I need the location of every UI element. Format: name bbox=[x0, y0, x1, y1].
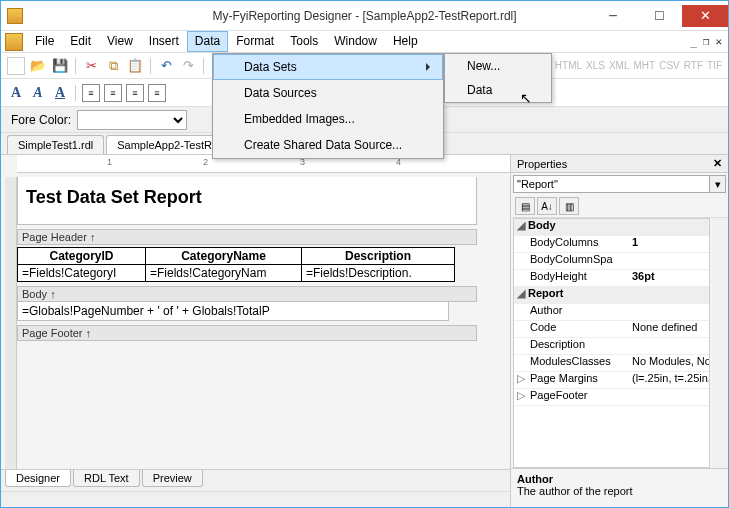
properties-categorized-icon[interactable]: ▤ bbox=[515, 197, 535, 215]
prop-val-code[interactable]: None defined bbox=[628, 321, 709, 337]
menu-format[interactable]: Format bbox=[228, 31, 282, 52]
mdi-restore-button[interactable]: ❐ bbox=[703, 35, 710, 48]
prop-val-bodycolspacing[interactable] bbox=[628, 253, 709, 269]
menu-item-datasources[interactable]: Data Sources bbox=[213, 80, 443, 106]
menu-item-create-shared-ds[interactable]: Create Shared Data Source... bbox=[213, 132, 443, 158]
prop-val-bodyheight[interactable]: 36pt bbox=[628, 270, 709, 286]
report-table[interactable]: CategoryID CategoryName Description =Fie… bbox=[17, 247, 455, 282]
open-icon[interactable]: 📂 bbox=[29, 57, 47, 75]
properties-object-select[interactable] bbox=[513, 175, 710, 193]
save-icon[interactable]: 💾 bbox=[51, 57, 69, 75]
properties-description-pane: Author The author of the report bbox=[511, 468, 728, 507]
ruler-tick-2: 2 bbox=[203, 157, 208, 167]
undo-icon[interactable]: ↶ bbox=[157, 57, 175, 75]
app-icon bbox=[7, 8, 23, 24]
underline-icon[interactable]: A bbox=[51, 84, 69, 102]
paste-icon[interactable]: 📋 bbox=[126, 57, 144, 75]
prop-val-modules[interactable]: No Modules, No Classe bbox=[628, 355, 709, 371]
export-xml[interactable]: XML bbox=[609, 60, 630, 71]
properties-title: Properties bbox=[517, 158, 567, 170]
mdi-close-button[interactable]: ✕ bbox=[715, 35, 722, 48]
vertical-ruler bbox=[5, 177, 17, 469]
menu-view[interactable]: View bbox=[99, 31, 141, 52]
menu-help[interactable]: Help bbox=[385, 31, 426, 52]
property-grid[interactable]: ◢Body BodyColumns1 BodyColumnSpa BodyHei… bbox=[513, 218, 710, 468]
redo-icon[interactable]: ↷ bbox=[179, 57, 197, 75]
export-csv[interactable]: CSV bbox=[659, 60, 680, 71]
properties-alphabetical-icon[interactable]: A↓ bbox=[537, 197, 557, 215]
menu-window[interactable]: Window bbox=[326, 31, 385, 52]
cut-icon[interactable]: ✂ bbox=[82, 57, 100, 75]
prop-name-bodyheight: BodyHeight bbox=[528, 270, 628, 286]
export-xls[interactable]: XLS bbox=[586, 60, 605, 71]
properties-close-button[interactable]: ✕ bbox=[713, 157, 722, 170]
forecolor-label: Fore Color: bbox=[11, 113, 71, 127]
prop-val-description[interactable] bbox=[628, 338, 709, 354]
prop-category-report[interactable]: Report bbox=[528, 287, 628, 303]
tab-rdl-text[interactable]: RDL Text bbox=[73, 470, 140, 487]
submenu-item-new[interactable]: New... bbox=[445, 54, 551, 78]
menu-insert[interactable]: Insert bbox=[141, 31, 187, 52]
submenu-item-data[interactable]: Data bbox=[445, 78, 551, 102]
page-footer-band[interactable]: Page Footer ↑ bbox=[17, 325, 477, 341]
align-center-icon[interactable]: ≡ bbox=[104, 84, 122, 102]
menu-bar: File Edit View Insert Data Format Tools … bbox=[1, 31, 728, 53]
export-html[interactable]: HTML bbox=[555, 60, 582, 71]
horizontal-scrollbar[interactable] bbox=[1, 491, 510, 507]
chevron-down-icon[interactable]: ▾ bbox=[710, 175, 726, 193]
menu-data[interactable]: Data bbox=[187, 31, 228, 52]
menu-file[interactable]: File bbox=[27, 31, 62, 52]
tab-designer[interactable]: Designer bbox=[5, 470, 71, 487]
col-header-categoryname[interactable]: CategoryName bbox=[146, 248, 302, 265]
properties-vertical-scrollbar[interactable] bbox=[712, 218, 728, 468]
export-tif[interactable]: TIF bbox=[707, 60, 722, 71]
prop-val-pagemargins[interactable]: (l=.25in, t=.25in, r=.25in bbox=[628, 372, 709, 388]
prop-name-bodycolspacing: BodyColumnSpa bbox=[528, 253, 628, 269]
menu-tools[interactable]: Tools bbox=[282, 31, 326, 52]
forecolor-select[interactable] bbox=[77, 110, 187, 130]
prop-name-description: Description bbox=[528, 338, 628, 354]
app-menu-icon[interactable] bbox=[5, 33, 23, 51]
prop-name-bodycolumns: BodyColumns bbox=[528, 236, 628, 252]
copy-icon[interactable]: ⧉ bbox=[104, 57, 122, 75]
doc-tab-simpletest[interactable]: SimpleTest1.rdl bbox=[7, 135, 104, 154]
align-left-icon[interactable]: ≡ bbox=[82, 84, 100, 102]
prop-name-code: Code bbox=[528, 321, 628, 337]
prop-val-bodycolumns[interactable]: 1 bbox=[628, 236, 709, 252]
title-bar: My-FyiReporting Designer - [SampleApp2-T… bbox=[1, 1, 728, 31]
export-mht[interactable]: MHT bbox=[634, 60, 656, 71]
chevron-right-icon bbox=[426, 63, 434, 71]
body-band[interactable]: Body ↑ bbox=[17, 286, 477, 302]
page-header-band[interactable]: Page Header ↑ bbox=[17, 229, 477, 245]
prop-val-pagefooter[interactable] bbox=[628, 389, 709, 405]
properties-pages-icon[interactable]: ▥ bbox=[559, 197, 579, 215]
align-right-icon[interactable]: ≡ bbox=[126, 84, 144, 102]
cell-categoryid[interactable]: =Fields!CategoryI bbox=[18, 265, 146, 282]
menu-item-embedded-images[interactable]: Embedded Images... bbox=[213, 106, 443, 132]
prop-name-pagemargins: Page Margins bbox=[528, 372, 628, 388]
col-header-description[interactable]: Description bbox=[302, 248, 455, 265]
align-justify-icon[interactable]: ≡ bbox=[148, 84, 166, 102]
cell-categoryname[interactable]: =Fields!CategoryNam bbox=[146, 265, 302, 282]
report-title-box[interactable]: Test Data Set Report bbox=[17, 177, 477, 225]
export-rtf[interactable]: RTF bbox=[684, 60, 703, 71]
col-header-categoryid[interactable]: CategoryID bbox=[18, 248, 146, 265]
maximize-button[interactable] bbox=[636, 5, 682, 27]
italic-icon[interactable]: A bbox=[29, 84, 47, 102]
close-button[interactable] bbox=[682, 5, 728, 27]
cell-description[interactable]: =Fields!Description. bbox=[302, 265, 455, 282]
prop-name-pagefooter: PageFooter bbox=[528, 389, 628, 405]
minimize-button[interactable] bbox=[590, 5, 636, 27]
data-menu-dropdown: Data Sets Data Sources Embedded Images..… bbox=[212, 53, 444, 159]
tab-preview[interactable]: Preview bbox=[142, 470, 203, 487]
properties-desc-text: The author of the report bbox=[517, 485, 722, 497]
prop-category-body[interactable]: Body bbox=[528, 219, 628, 235]
menu-edit[interactable]: Edit bbox=[62, 31, 99, 52]
ruler-tick-1: 1 bbox=[107, 157, 112, 167]
bold-icon[interactable]: A bbox=[7, 84, 25, 102]
new-icon[interactable]: ▫ bbox=[7, 57, 25, 75]
footer-expression-box[interactable]: =Globals!PageNumber + ' of ' + Globals!T… bbox=[17, 302, 449, 321]
prop-val-author[interactable] bbox=[628, 304, 709, 320]
mdi-minimize-button[interactable]: _ bbox=[690, 35, 697, 48]
menu-item-datasets[interactable]: Data Sets bbox=[213, 54, 443, 80]
